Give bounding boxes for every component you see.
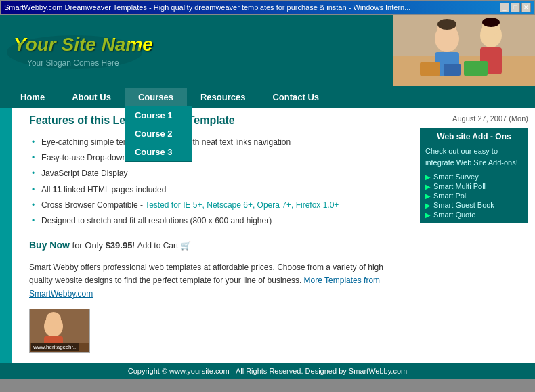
bottom-thumbnail: www.heritagechr... bbox=[29, 309, 90, 353]
arrow-icon: ▶ bbox=[425, 173, 431, 181]
buy-now-link[interactable]: Buy Now bbox=[29, 240, 70, 251]
browser-title: SmartWebby.com Dreamweaver Templates - H… bbox=[4, 3, 410, 12]
svg-point-12 bbox=[482, 18, 500, 27]
page-footer: Copyright © www.yoursite.com - All Right… bbox=[0, 363, 535, 379]
list-item: Eye-catching simple template designed wi… bbox=[29, 135, 403, 150]
arrow-icon: ▶ bbox=[425, 192, 431, 200]
nav-courses-wrapper: Courses Course 1 Course 2 Course 3 bbox=[125, 88, 187, 106]
list-item: Easy-to-use Drop-down Menus bbox=[29, 150, 403, 166]
site-header: Your Site Name Your Slogan Comes Here bbox=[0, 15, 535, 86]
sidebar: August 27, 2007 (Mon) Web site Add - Ons… bbox=[413, 108, 535, 363]
cart-icon: 🛒 bbox=[181, 241, 191, 251]
browser-compat-link[interactable]: Tested for IE 5+, Netscape 6+, Opera 7+,… bbox=[145, 200, 339, 210]
sidebar-addons-box: Web site Add - Ons Check out our easy to… bbox=[420, 128, 528, 223]
sidebar-box-title: Web site Add - Ons bbox=[425, 132, 523, 141]
page-wrapper: Your Site Name Your Slogan Comes Here bbox=[0, 15, 535, 379]
svg-point-11 bbox=[437, 19, 456, 30]
list-item: JavaScript Date Display bbox=[29, 166, 403, 181]
footer-text: Copyright © www.yoursite.com - All Right… bbox=[128, 367, 407, 375]
nav-bar: Home About Us Courses Course 1 Course 2 … bbox=[0, 86, 535, 108]
arrow-icon: ▶ bbox=[425, 202, 431, 209]
arrow-icon: ▶ bbox=[425, 183, 431, 190]
description-text: Smart Webby offers professional web temp… bbox=[29, 261, 403, 301]
sidebar-link-survey[interactable]: ▶ Smart Survey bbox=[425, 172, 523, 181]
nav-courses[interactable]: Courses bbox=[125, 88, 187, 106]
header-left: Your Site Name Your Slogan Comes Here bbox=[0, 24, 393, 78]
teal-strip bbox=[0, 108, 12, 363]
sidebar-link-poll[interactable]: ▶ Smart Poll bbox=[425, 191, 523, 200]
sidebar-date: August 27, 2007 (Mon) bbox=[420, 114, 528, 123]
courses-dropdown: Course 1 Course 2 Course 3 bbox=[125, 106, 192, 162]
minimize-button[interactable]: _ bbox=[500, 3, 509, 12]
list-item: All 11 linked HTML pages included bbox=[29, 182, 403, 198]
main-layout: Features of this Learning/Kids Template … bbox=[0, 108, 535, 363]
buy-line: Buy Now for Only $39.95! Add to Cart 🛒 bbox=[29, 240, 403, 251]
nav-resources[interactable]: Resources bbox=[187, 88, 259, 106]
page-title: Features of this Learning/Kids Template bbox=[29, 114, 403, 127]
list-item: Designed to stretch and fit all resoluti… bbox=[29, 213, 403, 229]
list-item: Cross Browser Compatible - Tested for IE… bbox=[29, 198, 403, 213]
close-button[interactable]: ✕ bbox=[521, 3, 531, 12]
dropdown-course1[interactable]: Course 1 bbox=[125, 106, 192, 125]
sidebar-link-multipoll[interactable]: ▶ Smart Multi Poll bbox=[425, 181, 523, 191]
nav-contact[interactable]: Contact Us bbox=[259, 88, 333, 106]
content-area: Features of this Learning/Kids Template … bbox=[12, 108, 413, 363]
dropdown-course2[interactable]: Course 2 bbox=[125, 125, 192, 143]
dropdown-course3[interactable]: Course 3 bbox=[125, 143, 192, 161]
title-bar: SmartWebby.com Dreamweaver Templates - H… bbox=[1, 1, 534, 14]
nav-about[interactable]: About Us bbox=[58, 88, 125, 106]
title-bar-buttons: _ □ ✕ bbox=[500, 3, 531, 12]
header-oval-decoration bbox=[7, 35, 142, 69]
sidebar-link-guestbook[interactable]: ▶ Smart Guest Book bbox=[425, 200, 523, 210]
sidebar-link-quote[interactable]: ▶ Smart Quote bbox=[425, 210, 523, 219]
nav-home[interactable]: Home bbox=[7, 88, 58, 106]
arrow-icon: ▶ bbox=[425, 211, 431, 219]
header-photo bbox=[393, 15, 535, 86]
thumb-label: www.heritagechr... bbox=[31, 343, 79, 351]
browser-window: SmartWebby.com Dreamweaver Templates - H… bbox=[0, 0, 535, 15]
svg-rect-10 bbox=[464, 61, 488, 76]
price-text: $39.95 bbox=[106, 240, 133, 251]
add-to-cart-link[interactable]: Add to Cart 🛒 bbox=[137, 241, 191, 251]
maximize-button[interactable]: □ bbox=[511, 3, 520, 12]
svg-rect-8 bbox=[420, 62, 440, 76]
feature-list: Eye-catching simple template designed wi… bbox=[29, 135, 403, 229]
svg-point-15 bbox=[46, 312, 61, 326]
sidebar-box-text: Check out our easy to integrate Web Site… bbox=[425, 146, 523, 168]
header-image bbox=[393, 15, 535, 86]
svg-rect-9 bbox=[444, 64, 461, 76]
